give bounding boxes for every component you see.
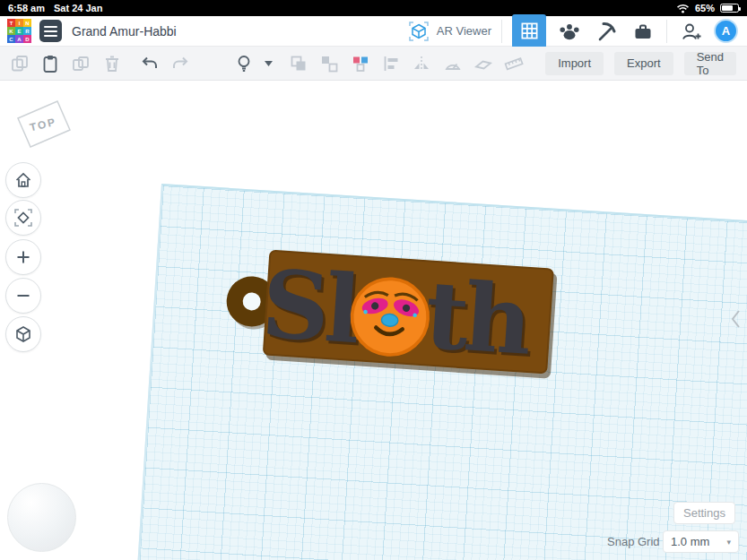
export-button[interactable]: Export — [614, 52, 673, 75]
ar-viewer-label: AR Viewer — [437, 24, 491, 38]
grid-icon — [520, 22, 539, 40]
tinkercad-logo[interactable]: TINKERCAD — [7, 19, 31, 43]
battery-icon — [720, 4, 739, 13]
redo-button[interactable] — [170, 52, 191, 75]
tinkercad-app: 6:58 am Sat 24 Jan 65% TINKERCAD Grand A… — [0, 0, 747, 560]
tips-dropdown-caret[interactable] — [265, 52, 274, 75]
view-cube[interactable]: TOP — [11, 93, 88, 158]
sloth-face — [346, 273, 434, 361]
logo-tile: D — [23, 35, 31, 43]
wifi-icon — [676, 4, 690, 13]
measure-button[interactable] — [442, 52, 463, 75]
group-button[interactable] — [288, 52, 308, 75]
ar-cube-icon — [407, 20, 430, 43]
design-canvas[interactable]: Sl th — [0, 81, 747, 560]
logo-tile: N — [23, 19, 31, 27]
briefcase-icon — [632, 21, 654, 42]
paw-button[interactable] — [556, 18, 583, 45]
plus-icon — [13, 247, 33, 267]
mirror-button[interactable] — [412, 52, 432, 75]
logo-tile: K — [7, 27, 15, 35]
shapes-panel-chevron[interactable] — [730, 308, 741, 330]
blocks-view-button[interactable] — [512, 14, 546, 48]
tag-text-after: th — [422, 268, 530, 367]
sloth-keychain-object[interactable]: Sl th — [221, 242, 569, 390]
clock-time: 6:58 am — [8, 3, 45, 13]
design-menu-button[interactable] — [39, 20, 62, 42]
zoom-in-button[interactable] — [5, 239, 41, 275]
briefcase-button[interactable] — [630, 18, 656, 45]
orbit-control-ball[interactable] — [7, 483, 76, 552]
snap-grid-label: Snap Grid — [607, 535, 660, 548]
cube-3d-icon — [13, 324, 33, 344]
logo-tile: E — [15, 27, 23, 35]
paw-icon — [559, 22, 580, 41]
snap-grid-value: 1.0 mm — [671, 535, 709, 548]
logo-tile: R — [23, 27, 31, 35]
fit-view-button[interactable] — [5, 200, 41, 236]
pickaxe-icon — [595, 21, 617, 42]
snap-grid-dropdown[interactable]: 1.0 mm ▾ — [663, 530, 739, 553]
ungroup-button[interactable] — [319, 52, 340, 75]
fit-view-icon — [13, 208, 33, 228]
add-collaborator-icon — [680, 21, 702, 42]
tag-text-before: Sl — [259, 257, 359, 357]
logo-tile: A — [15, 35, 23, 43]
duplicate-button[interactable] — [71, 52, 91, 75]
clock-date: Sat 24 Jan — [54, 3, 102, 13]
battery-percent: 65% — [695, 3, 715, 13]
align-button[interactable] — [380, 52, 401, 75]
color-button[interactable] — [350, 52, 370, 75]
copy-button[interactable] — [9, 52, 30, 75]
tips-button[interactable] — [233, 52, 254, 75]
ruler-button[interactable] — [504, 52, 525, 75]
design-title: Grand Amur-Habbi — [72, 24, 177, 39]
header-divider — [666, 20, 667, 43]
send-to-button[interactable]: Send To — [684, 52, 736, 75]
minus-icon — [13, 286, 33, 306]
tag-text: Sl th — [221, 242, 569, 390]
ar-viewer-button[interactable]: AR Viewer — [407, 20, 491, 43]
home-view-button[interactable] — [5, 162, 41, 198]
pickaxe-button[interactable] — [593, 18, 620, 45]
app-header: TINKERCAD Grand Amur-Habbi AR Viewer — [0, 16, 747, 47]
logo-tile: I — [15, 19, 23, 27]
import-button[interactable]: Import — [545, 52, 604, 75]
edit-toolbar: Import Export Send To — [0, 47, 747, 81]
home-icon — [13, 170, 33, 190]
header-divider — [501, 20, 502, 43]
avatar[interactable]: A — [714, 19, 738, 43]
logo-tile: C — [7, 35, 15, 43]
zoom-out-button[interactable] — [5, 278, 41, 314]
logo-tile: T — [7, 19, 15, 27]
settings-button[interactable]: Settings — [673, 502, 735, 524]
paste-button[interactable] — [39, 52, 60, 75]
delete-button[interactable] — [101, 52, 122, 75]
chevron-down-icon: ▾ — [726, 538, 731, 547]
workplane-button[interactable] — [473, 52, 493, 75]
perspective-toggle-button[interactable] — [5, 316, 41, 352]
undo-button[interactable] — [139, 52, 160, 75]
invite-button[interactable] — [677, 18, 704, 45]
